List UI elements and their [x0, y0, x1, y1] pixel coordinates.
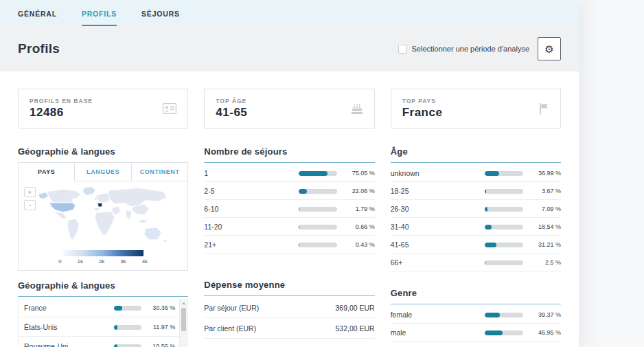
- row-label: 18-25: [391, 187, 485, 195]
- gear-icon: [544, 44, 553, 54]
- age-row-18-25: 18-25 3.67 %: [391, 182, 561, 200]
- bar-fill: [485, 189, 486, 194]
- genre-section: Genre female 39.37 % male 46.95 % unknow…: [391, 288, 561, 347]
- map-region-south-america: [68, 219, 79, 239]
- map-tab-continent[interactable]: CONTINENT: [132, 163, 187, 181]
- stat-card-top-pays: TOP PAYS France: [391, 89, 561, 128]
- stat-card-value: 12486: [30, 106, 93, 120]
- bar-track: [299, 243, 337, 247]
- sejours-row-21plus: 21+ 0.43 %: [204, 236, 374, 254]
- world-choropleth-map[interactable]: [30, 186, 176, 245]
- map-region-new-zealand: [163, 240, 167, 242]
- map-region-iberia: [95, 208, 100, 210]
- row-percent: 18.54 %: [531, 223, 561, 230]
- legend-tick: 0: [58, 258, 61, 265]
- depense-section: Dépense moyenne Par séjour (EUR) 369,00 …: [204, 280, 374, 339]
- stat-card-top-age: TOP ÂGE 41-65: [204, 89, 374, 128]
- age-row-unknown: unknown 36.99 %: [391, 164, 561, 182]
- age-section-title: Âge: [391, 146, 561, 163]
- map-region-canada: [47, 189, 80, 202]
- tab-general[interactable]: GÉNÉRAL: [18, 0, 57, 26]
- bar-track: [299, 189, 337, 194]
- column-left: Géographie & langues PAYS LANGUES CONTIN…: [18, 146, 188, 347]
- list-item-etats-unis: États-Unis 11.97 %: [19, 317, 187, 337]
- row-percent: 0.43 %: [345, 241, 375, 248]
- bar-track: [485, 189, 523, 194]
- row-label: female: [391, 311, 485, 319]
- row-label: 2-5: [204, 187, 298, 195]
- tab-profils[interactable]: PROFILS: [82, 0, 117, 26]
- dashboard-columns: Géographie & langues PAYS LANGUES CONTIN…: [0, 128, 579, 347]
- map-tab-langues[interactable]: LANGUES: [75, 163, 131, 181]
- genre-row-unknown: unknown 13.68 %: [391, 342, 561, 347]
- analytics-app-window: GÉNÉRAL PROFILS SÉJOURS Profils Selectio…: [0, 0, 579, 347]
- kv-value: 369,00 EUR: [335, 304, 374, 312]
- map-region-alaska: [38, 192, 48, 199]
- bar-fill: [299, 207, 299, 212]
- bar-fill: [114, 325, 117, 330]
- geo-list-section-title: Géographie & langues: [18, 280, 188, 297]
- map-region-europe: [96, 193, 111, 203]
- genre-row-male: male 46.95 %: [391, 324, 561, 342]
- period-checkbox-label: Selectionner une période d'analyse: [412, 45, 530, 53]
- bar-track: [485, 171, 523, 176]
- bar-fill: [485, 207, 487, 212]
- depense-row-par-sejour: Par séjour (EUR) 369,00 EUR: [204, 298, 374, 318]
- settings-button[interactable]: [538, 37, 561, 60]
- map-tab-pays[interactable]: PAYS: [19, 163, 75, 181]
- id-card-icon: [163, 103, 176, 114]
- row-label: 11-20: [204, 223, 298, 231]
- row-percent: 39.37 %: [531, 311, 561, 318]
- sejours-row-6-10: 6-10 1.79 %: [204, 200, 374, 218]
- bar-track: [485, 225, 523, 230]
- period-checkbox[interactable]: [398, 45, 407, 54]
- sejours-row-11-20: 11-20 0.66 %: [204, 218, 374, 236]
- period-checkbox-wrap[interactable]: Selectionner une période d'analyse: [398, 45, 530, 54]
- depense-section-title: Dépense moyenne: [204, 280, 374, 296]
- tab-sejours[interactable]: SÉJOURS: [141, 0, 180, 26]
- stat-cards-row: PROFILS EN BASE 12486 TOP ÂGE 41-65: [0, 71, 579, 128]
- map-region-indonesia: [139, 220, 148, 223]
- scrollbar-up-arrow[interactable]: [181, 300, 186, 306]
- row-label: 31-40: [391, 223, 485, 231]
- bar-track: [114, 325, 141, 330]
- bar-fill: [485, 243, 496, 247]
- row-percent: 7.09 %: [531, 205, 561, 212]
- sejours-section-title: Nombre de séjours: [204, 146, 374, 163]
- bar-track: [485, 243, 523, 247]
- row-percent: 0.66 %: [345, 223, 375, 230]
- age-row-31-40: 31-40 18.54 %: [391, 218, 561, 236]
- map-zoom-in-button[interactable]: +: [24, 187, 36, 197]
- sejours-row-2-5: 2-5 22.06 %: [204, 182, 374, 200]
- row-percent: 11.97 %: [148, 324, 175, 331]
- sejours-section: Nombre de séjours 1 75.05 % 2-5 22.06 % …: [204, 146, 374, 254]
- bar-fill: [485, 171, 499, 176]
- map-region-asia: [108, 188, 166, 207]
- legend-tick: 3k: [120, 258, 126, 265]
- map-zoom-out-button[interactable]: -: [24, 200, 36, 210]
- bar-track: [485, 313, 523, 317]
- bar-track: [299, 225, 337, 230]
- row-label: unknown: [391, 169, 485, 177]
- page-header: Profils Selectionner une période d'analy…: [0, 26, 579, 71]
- bar-fill: [485, 313, 500, 317]
- row-label: Royaume-Uni: [24, 342, 114, 347]
- stat-card-value: France: [402, 106, 443, 120]
- bar-fill: [485, 331, 503, 335]
- age-section: Âge unknown 36.99 % 18-25 3.67 % 26-30 7…: [391, 146, 561, 271]
- bar-fill: [485, 225, 492, 230]
- map-tabs: PAYS LANGUES CONTINENT: [19, 163, 187, 181]
- scrollbar-thumb[interactable]: [181, 308, 186, 331]
- bar-track: [485, 260, 523, 265]
- kv-label: Par séjour (EUR): [204, 304, 259, 312]
- row-label: 6-10: [204, 205, 298, 213]
- row-label: 66+: [391, 258, 485, 267]
- stat-card-profils-en-base: PROFILS EN BASE 12486: [18, 89, 188, 128]
- bar-track: [299, 171, 337, 176]
- country-list-scrollbar[interactable]: [179, 299, 187, 347]
- row-percent: 36.99 %: [531, 170, 561, 177]
- list-item-france: France 30.36 %: [19, 298, 187, 317]
- bar-track: [114, 306, 141, 311]
- cake-icon: [351, 103, 363, 115]
- row-percent: 22.06 %: [345, 188, 375, 194]
